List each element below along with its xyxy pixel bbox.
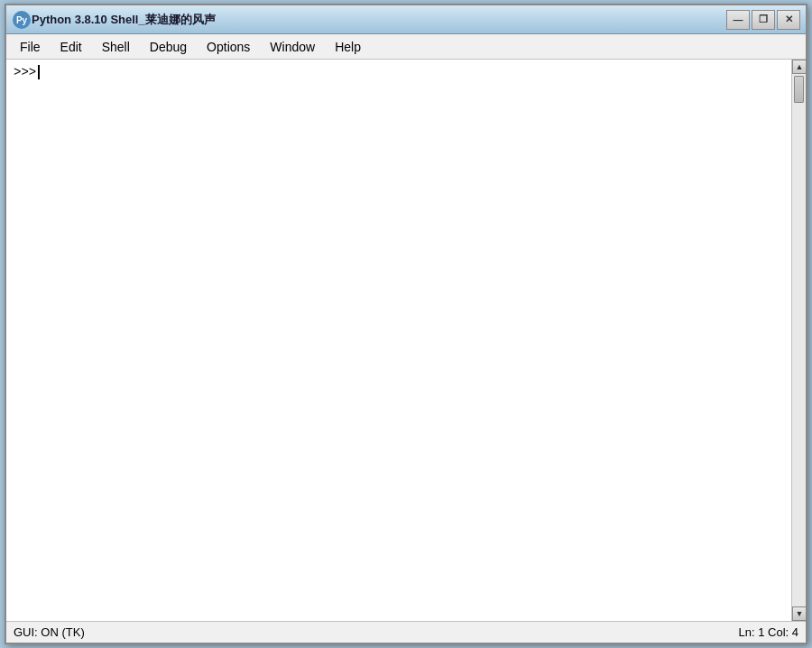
status-position: Ln: 1 Col: 4 [739,625,799,639]
menu-file[interactable]: File [10,36,51,58]
window-controls: — ❐ ✕ [726,10,800,30]
menu-shell[interactable]: Shell [92,36,140,58]
close-button[interactable]: ✕ [777,10,800,30]
window-title: Python 3.8.10 Shell_莱迪娜的风声 [32,12,726,28]
svg-text:Py: Py [16,15,28,25]
shell-prompt: >>> [14,65,36,79]
menu-edit[interactable]: Edit [51,36,92,58]
scroll-down-button[interactable]: ▼ [792,606,806,621]
restore-button[interactable]: ❐ [752,10,775,30]
scroll-track[interactable] [792,74,806,606]
menu-help[interactable]: Help [325,36,371,58]
status-bar: GUI: ON (TK) Ln: 1 Col: 4 [6,621,806,643]
scroll-up-button[interactable]: ▲ [792,60,806,74]
vertical-scrollbar[interactable]: ▲ ▼ [791,60,806,621]
desktop-background: Py Python 3.8.10 Shell_莱迪娜的风声 — ❐ ✕ File… [0,0,812,648]
menu-window[interactable]: Window [260,36,325,58]
status-gui: GUI: ON (TK) [14,625,739,639]
menu-bar: File Edit Shell Debug Options Window Hel… [6,34,806,60]
scroll-thumb[interactable] [794,76,804,103]
python-logo-icon: Py [12,10,32,30]
menu-debug[interactable]: Debug [140,36,197,58]
application-window: Py Python 3.8.10 Shell_莱迪娜的风声 — ❐ ✕ File… [5,4,807,644]
minimize-button[interactable]: — [726,10,750,30]
shell-editor[interactable]: >>> [6,60,791,621]
title-bar: Py Python 3.8.10 Shell_莱迪娜的风声 — ❐ ✕ [6,5,806,34]
shell-content-area[interactable]: >>> ▲ ▼ [6,60,806,621]
menu-options[interactable]: Options [197,36,260,58]
prompt-line: >>> [14,65,784,79]
text-cursor [38,65,40,79]
